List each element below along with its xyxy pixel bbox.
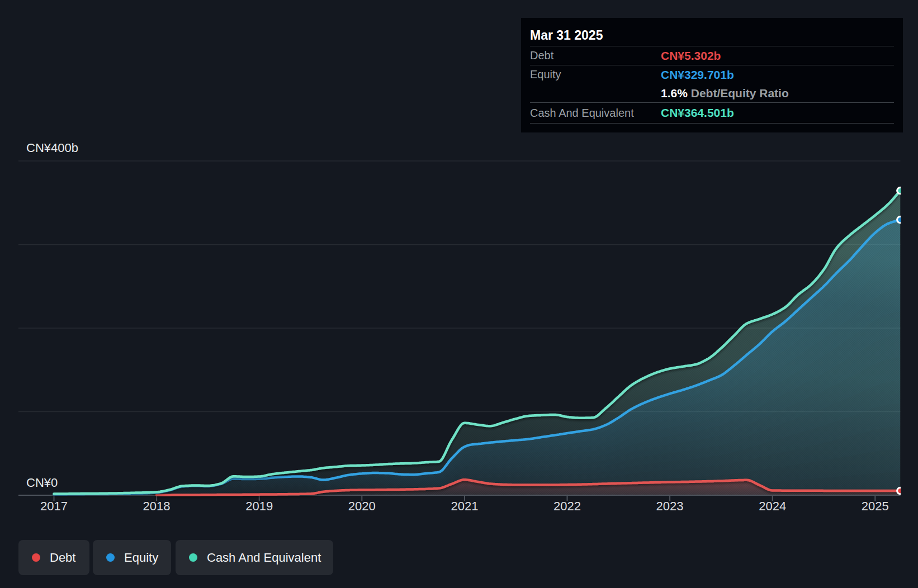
svg-text:CN¥400b: CN¥400b bbox=[26, 141, 78, 155]
svg-text:2022: 2022 bbox=[553, 499, 581, 513]
svg-text:2019: 2019 bbox=[245, 499, 273, 513]
svg-text:2024: 2024 bbox=[759, 499, 786, 513]
svg-text:2021: 2021 bbox=[451, 499, 478, 513]
svg-text:CN¥0: CN¥0 bbox=[26, 476, 58, 490]
svg-text:2025: 2025 bbox=[862, 499, 889, 513]
svg-text:2020: 2020 bbox=[348, 499, 376, 513]
svg-text:2023: 2023 bbox=[656, 499, 684, 513]
svg-text:2017: 2017 bbox=[40, 499, 68, 513]
svg-text:2018: 2018 bbox=[143, 499, 171, 513]
